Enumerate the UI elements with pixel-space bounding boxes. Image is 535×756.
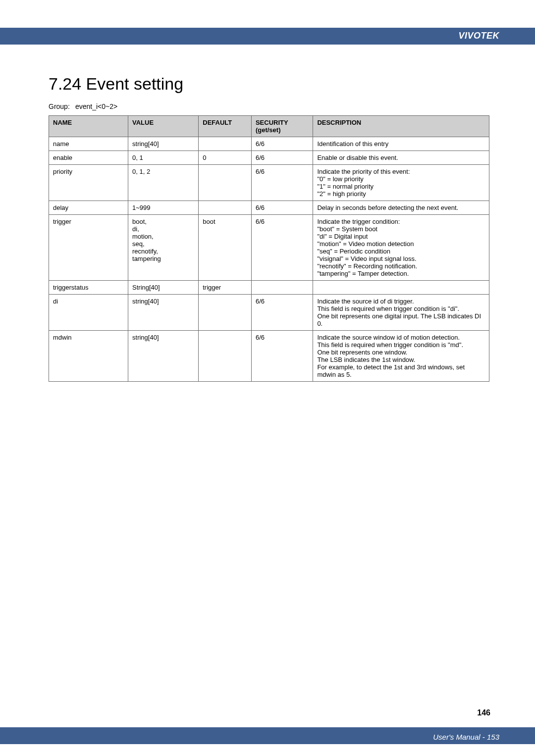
col-value: VALUE — [128, 116, 199, 137]
cell-default: boot — [199, 215, 252, 281]
table-row: enable0, 106/6Enable or disable this eve… — [49, 151, 489, 165]
header-bar — [0, 28, 535, 45]
cell-name: di — [49, 295, 128, 331]
group-line: Group: event_i<0~2> — [49, 102, 489, 110]
table-header-row: NAME VALUE DEFAULT SECURITY (get/set) DE… — [49, 116, 489, 137]
col-default: DEFAULT — [199, 116, 252, 137]
cell-default — [199, 137, 252, 151]
table-row: priority0, 1, 26/6Indicate the priority … — [49, 165, 489, 201]
cell-security: 6/6 — [251, 215, 313, 281]
table-row: distring[40]6/6Indicate the source id of… — [49, 295, 489, 331]
cell-security: 6/6 — [251, 201, 313, 215]
page-number: 146 — [477, 708, 490, 717]
cell-name: enable — [49, 151, 128, 165]
cell-security: 6/6 — [251, 331, 313, 382]
table-row: triggerstatusString[40]trigger — [49, 281, 489, 295]
parameter-table: NAME VALUE DEFAULT SECURITY (get/set) DE… — [49, 115, 489, 382]
cell-name: trigger — [49, 215, 128, 281]
table-row: delay1~9996/6Delay in seconds before det… — [49, 201, 489, 215]
cell-value: 1~999 — [128, 201, 199, 215]
cell-value: string[40] — [128, 137, 199, 151]
cell-default — [199, 201, 252, 215]
col-description: DESCRIPTION — [313, 116, 489, 137]
cell-value: boot, di, motion, seq, recnotify, tamper… — [128, 215, 199, 281]
table-row: triggerboot, di, motion, seq, recnotify,… — [49, 215, 489, 281]
cell-security: 6/6 — [251, 165, 313, 201]
cell-description: Identification of this entry — [313, 137, 489, 151]
brand-label: VIVOTEK — [458, 31, 499, 41]
col-name: NAME — [49, 116, 128, 137]
cell-name: mdwin — [49, 331, 128, 382]
cell-name: triggerstatus — [49, 281, 128, 295]
table-row: namestring[40]6/6Identification of this … — [49, 137, 489, 151]
cell-value: string[40] — [128, 295, 199, 331]
table-row: mdwinstring[40]6/6Indicate the source wi… — [49, 331, 489, 382]
main-content: 7.24 Event setting Group: event_i<0~2> N… — [49, 74, 489, 382]
cell-security: 6/6 — [251, 295, 313, 331]
cell-value: string[40] — [128, 331, 199, 382]
group-value: event_i<0~2> — [75, 102, 117, 110]
cell-name: priority — [49, 165, 128, 201]
cell-description — [313, 281, 489, 295]
cell-name: name — [49, 137, 128, 151]
cell-default — [199, 165, 252, 201]
cell-name: delay — [49, 201, 128, 215]
cell-default — [199, 331, 252, 382]
cell-description: Delay in seconds before detecting the ne… — [313, 201, 489, 215]
cell-value: String[40] — [128, 281, 199, 295]
cell-description: Indicate the priority of this event: "0"… — [313, 165, 489, 201]
cell-description: Indicate the trigger condition: "boot" =… — [313, 215, 489, 281]
section-title: 7.24 Event setting — [49, 74, 489, 94]
cell-default: 0 — [199, 151, 252, 165]
cell-security — [251, 281, 313, 295]
cell-value: 0, 1 — [128, 151, 199, 165]
cell-description: Indicate the source window id of motion … — [313, 331, 489, 382]
cell-description: Enable or disable this event. — [313, 151, 489, 165]
cell-security: 6/6 — [251, 137, 313, 151]
group-label: Group: — [49, 102, 73, 110]
cell-value: 0, 1, 2 — [128, 165, 199, 201]
cell-default: trigger — [199, 281, 252, 295]
footer-text: User's Manual - 153 — [433, 733, 499, 741]
col-security: SECURITY (get/set) — [251, 116, 313, 137]
cell-default — [199, 295, 252, 331]
cell-security: 6/6 — [251, 151, 313, 165]
cell-description: Indicate the source id of di trigger. Th… — [313, 295, 489, 331]
